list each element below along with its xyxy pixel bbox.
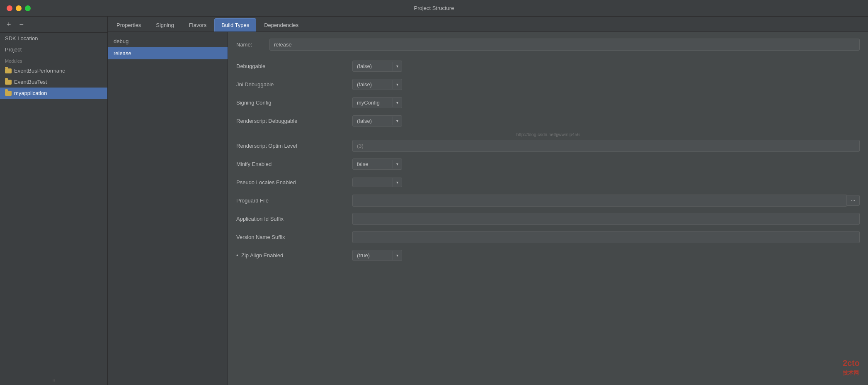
chevron-down-icon[interactable]: ▾ <box>393 178 402 187</box>
window-title: Project Structure <box>414 5 454 11</box>
remove-button[interactable]: − <box>18 20 26 29</box>
name-input[interactable] <box>269 39 860 51</box>
proguard-browse-button[interactable]: ··· <box>846 195 860 206</box>
folder-icon <box>5 91 12 96</box>
build-type-debug[interactable]: debug <box>108 35 228 47</box>
content-area: Properties Signing Flavors Build Types D… <box>108 17 868 385</box>
module-label: EventBusPerformanc <box>14 68 65 74</box>
field-renderscript-debuggable: Renderscript Debuggable (false) ▾ <box>236 114 860 128</box>
debuggable-dropdown[interactable]: (false) ▾ <box>352 61 402 72</box>
pseudo-locales-label: Pseudo Locales Enabled <box>236 179 352 185</box>
version-name-suffix-label: Version Name Suffix <box>236 234 352 240</box>
tab-properties[interactable]: Properties <box>109 18 148 32</box>
folder-icon <box>5 80 12 85</box>
module-label: myapplication <box>14 90 47 96</box>
renderscript-debuggable-value: (false) <box>353 116 393 126</box>
field-signing-config: Signing Config myConfig ▾ <box>236 95 860 110</box>
project-label: Project <box>5 46 22 53</box>
debuggable-value: (false) <box>353 61 393 71</box>
sidebar-toolbar: + − <box>0 17 107 33</box>
renderscript-optim-label: Renderscript Optim Level <box>236 143 352 149</box>
proguard-file-label: Proguard File <box>236 197 352 204</box>
tab-build-types[interactable]: Build Types <box>214 18 256 32</box>
minify-enabled-dropdown[interactable]: false ▾ <box>352 158 402 170</box>
chevron-down-icon[interactable]: ▾ <box>393 160 402 168</box>
signing-config-label: Signing Config <box>236 100 352 106</box>
module-label: EventBusTest <box>14 79 47 85</box>
tab-dependencies[interactable]: Dependencies <box>257 18 305 32</box>
add-button[interactable]: + <box>5 20 13 29</box>
modules-section-label: Modules <box>0 55 107 65</box>
jni-debuggable-dropdown[interactable]: (false) ▾ <box>352 79 402 90</box>
field-debuggable: Debuggable (false) ▾ <box>236 59 860 73</box>
renderscript-debuggable-label: Renderscript Debuggable <box>236 118 352 124</box>
field-application-id-suffix: Application Id Suffix <box>236 212 860 226</box>
split-panel: debug release Name: Debuggable (false) <box>108 32 868 385</box>
brand-watermark: 2cto 技术网 <box>843 358 860 377</box>
version-name-suffix-input[interactable] <box>352 231 860 243</box>
application-id-suffix-label: Application Id Suffix <box>236 216 352 222</box>
renderscript-optim-value: (3) <box>352 140 860 152</box>
sidebar: + − SDK Location Project Modules EventBu… <box>0 17 108 385</box>
zip-align-enabled-dropdown[interactable]: (true) ▾ <box>352 250 402 261</box>
field-zip-align-enabled: • Zip Align Enabled (true) ▾ <box>236 248 860 262</box>
sidebar-item-project[interactable]: Project <box>0 44 107 55</box>
window-controls[interactable] <box>7 5 31 11</box>
minify-enabled-value: false <box>353 159 393 169</box>
field-renderscript-optim-level: Renderscript Optim Level (3) <box>236 139 860 153</box>
chevron-down-icon[interactable]: ▾ <box>393 80 402 89</box>
jni-debuggable-label: Jni Debuggable <box>236 81 352 88</box>
field-minify-enabled: Minify Enabled false ▾ <box>236 157 860 171</box>
application-id-suffix-input[interactable] <box>352 213 860 225</box>
zip-align-enabled-value: (true) <box>353 250 393 261</box>
close-button[interactable] <box>7 5 12 11</box>
jni-debuggable-value: (false) <box>353 79 393 90</box>
sdk-location-label: SDK Location <box>5 35 38 41</box>
field-version-name-suffix: Version Name Suffix <box>236 230 860 244</box>
field-jni-debuggable: Jni Debuggable (false) ▾ <box>236 77 860 91</box>
proguard-input[interactable] <box>352 195 846 207</box>
sidebar-item-sdk-location[interactable]: SDK Location <box>0 33 107 44</box>
minify-enabled-label: Minify Enabled <box>236 161 352 167</box>
name-label: Name: <box>236 41 269 48</box>
build-type-release[interactable]: release <box>108 47 228 59</box>
maximize-button[interactable] <box>25 5 31 11</box>
titlebar: Project Structure <box>0 0 868 17</box>
tab-flavors[interactable]: Flavors <box>182 18 214 32</box>
sidebar-item-eventbus-test[interactable]: EventBusTest <box>0 76 107 88</box>
proguard-row: ··· <box>352 195 860 207</box>
chevron-down-icon[interactable]: ▾ <box>393 117 402 125</box>
debuggable-label: Debuggable <box>236 63 352 69</box>
tab-bar: Properties Signing Flavors Build Types D… <box>108 17 868 32</box>
pseudo-locales-value <box>353 180 393 184</box>
renderscript-debuggable-dropdown[interactable]: (false) ▾ <box>352 115 402 127</box>
watermark-text: http://blog.csdn.net/jjwwmlp456 <box>236 132 860 137</box>
sidebar-item-eventbus-performance[interactable]: EventBusPerformanc <box>0 65 107 76</box>
chevron-down-icon[interactable]: ▾ <box>393 98 402 107</box>
chevron-down-icon[interactable]: ▾ <box>393 251 402 260</box>
detail-panel: Name: Debuggable (false) ▾ Jni Debuggabl… <box>228 32 868 385</box>
tab-signing[interactable]: Signing <box>149 18 181 32</box>
sidebar-item-myapplication[interactable]: myapplication <box>0 88 107 99</box>
chevron-down-icon[interactable]: ▾ <box>393 62 402 71</box>
signing-config-value: myConfig <box>353 97 393 108</box>
folder-icon <box>5 68 12 73</box>
field-pseudo-locales: Pseudo Locales Enabled ▾ <box>236 175 860 189</box>
signing-config-dropdown[interactable]: myConfig ▾ <box>352 97 402 108</box>
pseudo-locales-dropdown[interactable]: ▾ <box>352 178 402 187</box>
build-types-list: debug release <box>108 32 228 385</box>
name-row: Name: <box>236 39 860 51</box>
field-proguard-file: Proguard File ··· <box>236 193 860 207</box>
drag-handle: ⠿ <box>0 377 107 385</box>
main-layout: + − SDK Location Project Modules EventBu… <box>0 17 868 385</box>
minimize-button[interactable] <box>16 5 22 11</box>
zip-align-enabled-label: • Zip Align Enabled <box>236 252 352 258</box>
